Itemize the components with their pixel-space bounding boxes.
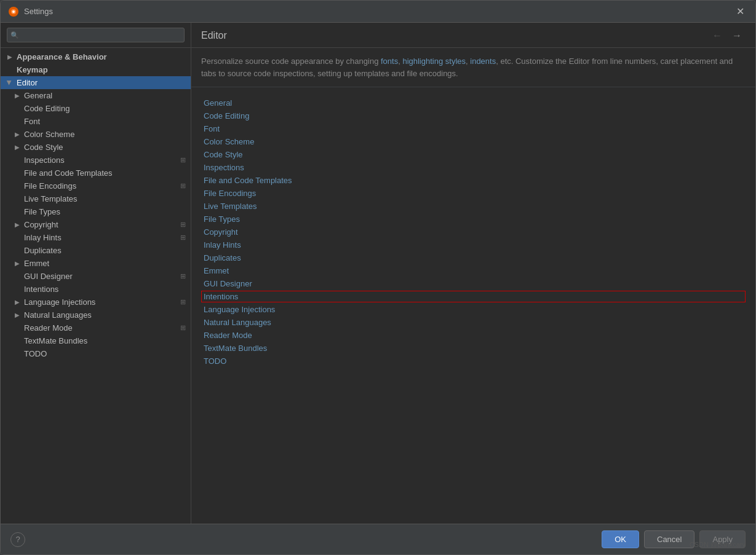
- sidebar-item-emmet[interactable]: ▶ Emmet: [1, 257, 191, 270]
- sidebar-label-appearance: Appearance & Behavior: [17, 52, 107, 61]
- sidebar-item-gui-designer[interactable]: ▶ GUI Designer ⊞: [1, 270, 191, 283]
- sidebar-label-live-templates: Live Templates: [24, 194, 77, 203]
- sidebar-label-code-style: Code Style: [24, 143, 63, 152]
- ext-icon-inspections: ⊞: [180, 156, 186, 164]
- desc-highlight-fonts: fonts: [381, 57, 398, 66]
- back-button[interactable]: ←: [709, 29, 726, 42]
- sidebar-item-keymap[interactable]: ▶ Keymap: [1, 63, 191, 76]
- main-panel: Editor ← → Personalize source code appea…: [191, 23, 755, 524]
- sidebar-item-textmate-bundles[interactable]: ▶ TextMate Bundles: [1, 334, 191, 347]
- link-code-style[interactable]: Code Style: [201, 149, 746, 160]
- sidebar-item-file-encodings[interactable]: ▶ File Encodings ⊞: [1, 179, 191, 192]
- panel-header: Editor ← →: [191, 23, 755, 48]
- sidebar-item-general[interactable]: ▶ General: [1, 89, 191, 102]
- arrow-language-injections: ▶: [13, 298, 22, 307]
- sidebar-label-editor: Editor: [17, 78, 38, 87]
- sidebar-item-duplicates[interactable]: ▶ Duplicates: [1, 244, 191, 257]
- link-font[interactable]: Font: [201, 123, 746, 135]
- search-bar: [1, 23, 191, 48]
- sidebar-item-editor[interactable]: ▶ Editor: [1, 76, 191, 89]
- sidebar-item-color-scheme[interactable]: ▶ Color Scheme: [1, 128, 191, 141]
- sidebar-tree: ▶ Appearance & Behavior ▶ Keymap ▶ Edito…: [1, 48, 191, 524]
- close-button[interactable]: ✕: [733, 4, 748, 18]
- cancel-button[interactable]: Cancel: [644, 530, 694, 548]
- link-color-scheme[interactable]: Color Scheme: [201, 136, 746, 148]
- sidebar-label-code-editing: Code Editing: [24, 104, 70, 113]
- link-todo[interactable]: TODO: [201, 355, 746, 367]
- link-reader-mode[interactable]: Reader Mode: [201, 329, 746, 341]
- sidebar-item-live-templates[interactable]: ▶ Live Templates: [1, 192, 191, 205]
- link-file-encodings[interactable]: File Encodings: [201, 187, 746, 199]
- sidebar-item-font[interactable]: ▶ Font: [1, 115, 191, 128]
- sidebar-label-file-encodings: File Encodings: [24, 181, 76, 191]
- arrow-code-style: ▶: [13, 143, 22, 152]
- link-code-editing[interactable]: Code Editing: [201, 110, 746, 122]
- sidebar-item-appearance[interactable]: ▶ Appearance & Behavior: [1, 50, 191, 63]
- panel-description: Personalize source code appearance by ch…: [191, 48, 755, 87]
- sidebar-label-reader-mode: Reader Mode: [24, 323, 73, 333]
- window-title: Settings: [24, 7, 733, 16]
- sidebar-item-reader-mode[interactable]: ▶ Reader Mode ⊞: [1, 321, 191, 334]
- watermark: CSDN @Bankcary: [690, 541, 746, 548]
- sidebar-label-natural-languages: Natural Languages: [24, 310, 92, 320]
- link-copyright[interactable]: Copyright: [201, 226, 746, 238]
- arrow-natural-languages: ▶: [13, 311, 22, 320]
- sidebar-item-inlay-hints[interactable]: ▶ Inlay Hints ⊞: [1, 231, 191, 244]
- panel-links: General Code Editing Font Color Scheme C…: [191, 87, 755, 524]
- link-language-injections[interactable]: Language Injections: [201, 304, 746, 315]
- sidebar-label-todo: TODO: [24, 349, 47, 358]
- link-gui-designer[interactable]: GUI Designer: [201, 278, 746, 289]
- sidebar-item-code-editing[interactable]: ▶ Code Editing: [1, 102, 191, 115]
- forward-button[interactable]: →: [728, 29, 746, 42]
- sidebar-label-color-scheme: Color Scheme: [24, 130, 74, 139]
- desc-highlight-highlighting: highlighting styles: [402, 57, 466, 66]
- sidebar-item-intentions[interactable]: ▶ Intentions: [1, 283, 191, 296]
- link-file-types[interactable]: File Types: [201, 213, 746, 225]
- ext-icon-language-injections: ⊞: [180, 298, 186, 306]
- ext-icon-gui-designer: ⊞: [180, 272, 186, 280]
- ext-icon-inlay-hints: ⊞: [180, 234, 186, 242]
- sidebar-item-inspections[interactable]: ▶ Inspections ⊞: [1, 154, 191, 167]
- content-area: ▶ Appearance & Behavior ▶ Keymap ▶ Edito…: [1, 23, 755, 524]
- link-textmate-bundles[interactable]: TextMate Bundles: [201, 342, 746, 354]
- arrow-copyright: ▶: [13, 221, 22, 229]
- sidebar-label-inspections: Inspections: [24, 155, 65, 165]
- sidebar-item-code-style[interactable]: ▶ Code Style: [1, 141, 191, 154]
- sidebar-label-intentions: Intentions: [24, 285, 58, 294]
- link-live-templates[interactable]: Live Templates: [201, 200, 746, 212]
- sidebar-label-inlay-hints: Inlay Hints: [24, 233, 62, 242]
- sidebar-item-language-injections[interactable]: ▶ Language Injections ⊞: [1, 296, 191, 309]
- link-inspections[interactable]: Inspections: [201, 162, 746, 173]
- sidebar-label-duplicates: Duplicates: [24, 246, 62, 255]
- ext-icon-file-encodings: ⊞: [180, 182, 186, 190]
- svg-point-2: [12, 10, 15, 13]
- sidebar-label-general: General: [24, 91, 52, 100]
- sidebar-label-language-injections: Language Injections: [24, 297, 95, 307]
- sidebar-item-file-types[interactable]: ▶ File Types: [1, 205, 191, 218]
- sidebar-item-file-code-templates[interactable]: ▶ File and Code Templates: [1, 167, 191, 179]
- arrow-color-scheme: ▶: [13, 130, 22, 139]
- sidebar-label-copyright: Copyright: [24, 220, 58, 229]
- help-label: ?: [15, 535, 20, 544]
- search-input[interactable]: [7, 28, 185, 42]
- link-inlay-hints[interactable]: Inlay Hints: [201, 239, 746, 251]
- footer: ? OK Cancel Apply: [1, 524, 755, 554]
- desc-highlight-indents: indents: [470, 57, 496, 66]
- sidebar-label-file-code-templates: File and Code Templates: [24, 168, 113, 178]
- link-natural-languages[interactable]: Natural Languages: [201, 317, 746, 328]
- link-intentions[interactable]: Intentions: [201, 291, 746, 302]
- sidebar-label-emmet: Emmet: [24, 259, 49, 268]
- link-emmet[interactable]: Emmet: [201, 265, 746, 277]
- sidebar-item-natural-languages[interactable]: ▶ Natural Languages: [1, 309, 191, 321]
- sidebar-item-copyright[interactable]: ▶ Copyright ⊞: [1, 218, 191, 231]
- sidebar-item-todo[interactable]: ▶ TODO: [1, 347, 191, 360]
- search-wrapper: [7, 28, 185, 42]
- link-general[interactable]: General: [201, 97, 746, 109]
- arrow-general: ▶: [13, 92, 22, 100]
- link-duplicates[interactable]: Duplicates: [201, 252, 746, 264]
- title-bar: Settings ✕: [1, 1, 755, 23]
- link-file-code-templates[interactable]: File and Code Templates: [201, 175, 746, 186]
- ok-button[interactable]: OK: [602, 530, 639, 548]
- help-button[interactable]: ?: [10, 532, 25, 547]
- sidebar-label-file-types: File Types: [24, 207, 60, 216]
